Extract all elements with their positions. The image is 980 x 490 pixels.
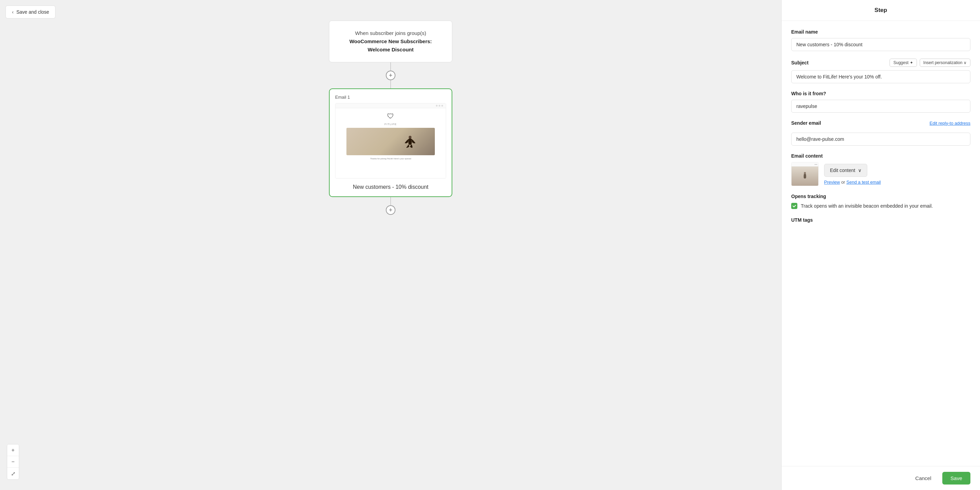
logo-icon: 🛡 — [387, 112, 394, 120]
edit-content-chevron: ∨ — [858, 167, 861, 173]
utm-tags-section: UTM tags — [791, 217, 970, 223]
subject-actions: Suggest ✦ Insert personalization ∨ — [889, 59, 970, 67]
who-from-input[interactable] — [791, 100, 970, 113]
utm-tags-label: UTM tags — [791, 217, 970, 223]
content-preview-row: Edit content ∨ Preview or Send a test em… — [791, 162, 970, 186]
subject-group: Subject Suggest ✦ Insert personalization… — [791, 59, 970, 83]
preview-hero-image — [347, 128, 435, 155]
email-preview-inner: 🛡 FITLIFE — [335, 103, 446, 178]
save-button[interactable]: Save — [942, 472, 970, 485]
email-card-name: New customers - 10% discount — [335, 183, 446, 191]
sender-label-row: Sender email Edit reply-to address — [791, 120, 970, 126]
connector-line-bottom — [390, 80, 391, 88]
canvas-content: When subscriber joins group(s) WooCommer… — [0, 0, 781, 215]
tracking-checkbox-row: Track opens with an invisible beacon emb… — [791, 202, 970, 210]
preview-text-area: Thanks for joining FitLife! Here's your … — [368, 155, 414, 162]
email-name-group: Email name — [791, 29, 970, 51]
zoom-controls: + − ⤢ — [7, 444, 19, 480]
edit-content-label: Edit content — [830, 167, 855, 173]
who-from-group: Who is it from? — [791, 91, 970, 113]
dot-1 — [436, 105, 438, 107]
email-preview-image: 🛡 FITLIFE — [335, 103, 446, 178]
bottom-connector: + — [386, 197, 395, 215]
subject-label-row: Subject Suggest ✦ Insert personalization… — [791, 59, 970, 67]
email-content-label: Email content — [791, 153, 970, 159]
sender-email-group: Sender email Edit reply-to address — [791, 120, 970, 146]
email-content-section: Email content — [791, 153, 970, 186]
preview-brand: FITLIFE — [385, 123, 397, 126]
save-close-button[interactable]: ‹ Save and close — [5, 5, 56, 19]
edit-content-button[interactable]: Edit content ∨ — [824, 164, 867, 177]
thumbnail-body — [792, 167, 818, 186]
chevron-left-icon: ‹ — [12, 9, 14, 15]
panel-body: Email name Subject Suggest ✦ Insert pers… — [781, 21, 980, 466]
sender-email-label: Sender email — [791, 120, 821, 126]
svg-point-1 — [804, 172, 806, 174]
panel-header: Step — [781, 0, 980, 21]
email-card[interactable]: Email 1 🛡 FITLIFE — [329, 88, 452, 197]
edit-content-area: Edit content ∨ Preview or Send a test em… — [824, 164, 970, 185]
cancel-button[interactable]: Cancel — [908, 472, 938, 485]
personalization-button[interactable]: Insert personalization ∨ — [920, 59, 970, 67]
add-step-button-bottom[interactable]: + — [386, 205, 395, 215]
thumbnail-inner — [792, 162, 818, 186]
preview-logo: 🛡 — [385, 111, 396, 121]
preview-small-text: Thanks for joining FitLife! Here's your … — [370, 157, 411, 160]
add-step-button-top[interactable]: + — [386, 71, 395, 80]
zoom-out-button[interactable]: − — [7, 456, 19, 468]
trigger-box: When subscriber joins group(s) WooCommer… — [329, 21, 452, 62]
connector-line-top — [390, 62, 391, 71]
thumbnail-dash — [815, 164, 817, 165]
subject-input[interactable] — [791, 70, 970, 83]
email-name-input[interactable] — [791, 38, 970, 51]
zoom-fit-button[interactable]: ⤢ — [7, 468, 19, 479]
zoom-in-button[interactable]: + — [7, 444, 19, 456]
content-links: Preview or Send a test email — [824, 180, 970, 185]
email-name-label: Email name — [791, 29, 970, 35]
who-from-label: Who is it from? — [791, 91, 970, 96]
panel-title: Step — [875, 7, 887, 13]
trigger-bold-text: WooCommerce New Subscribers: Welcome Dis… — [350, 38, 432, 52]
canvas-area: ‹ Save and close When subscriber joins g… — [0, 0, 781, 490]
bottom-connector-line-top — [390, 197, 391, 205]
svg-point-0 — [409, 136, 412, 138]
right-panel: Step Email name Subject Suggest ✦ Insert… — [781, 0, 980, 490]
preview-button[interactable]: Preview — [824, 180, 840, 185]
or-text: or — [841, 180, 845, 185]
trigger-text-before: When subscriber joins group(s) — [355, 30, 426, 36]
dot-3 — [441, 105, 443, 107]
sender-email-input[interactable] — [791, 133, 970, 146]
top-connector: + — [386, 62, 395, 88]
thumbnail-top — [792, 162, 818, 167]
suggest-button[interactable]: Suggest ✦ — [889, 59, 916, 67]
send-test-email-button[interactable]: Send a test email — [846, 180, 881, 185]
edit-reply-button[interactable]: Edit reply-to address — [930, 121, 970, 126]
tracking-checkbox[interactable] — [791, 203, 797, 209]
email-card-label: Email 1 — [335, 95, 446, 100]
preview-header — [336, 103, 446, 108]
opens-tracking-section: Opens tracking Track opens with an invis… — [791, 194, 970, 210]
dot-2 — [439, 105, 440, 107]
preview-dots — [436, 105, 443, 107]
tracking-text: Track opens with an invisible beacon emb… — [801, 202, 933, 210]
panel-footer: Cancel Save — [781, 466, 980, 490]
save-close-label: Save and close — [16, 9, 49, 15]
opens-tracking-label: Opens tracking — [791, 194, 970, 199]
content-thumbnail — [791, 162, 819, 186]
